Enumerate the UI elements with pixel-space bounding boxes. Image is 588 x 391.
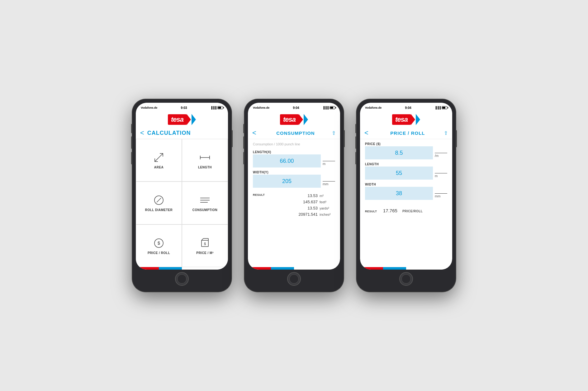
- app-header-3: tesa: [360, 111, 452, 127]
- calc-cell-price-roll[interactable]: $ PRICE / ROLL: [136, 224, 182, 267]
- roll-diameter-icon: [153, 194, 165, 206]
- result-line-0: 13.53 m²: [271, 193, 335, 198]
- carrier-3: Vodafone.de: [365, 106, 382, 109]
- price-label: PRICE ($): [365, 142, 447, 146]
- screen-content-2: < CONSUMPTION ⇧ Consumption / 1000 punch…: [248, 127, 340, 267]
- form-title-2: CONSUMPTION: [259, 130, 332, 136]
- pr-width-group: WIDTH 38 mm: [365, 183, 447, 200]
- phone-bottom-2: [248, 270, 340, 288]
- result-value-2: 13.53: [307, 206, 318, 210]
- back-button-1[interactable]: <: [140, 130, 144, 136]
- signal-icon-2: ▐▐▐: [323, 106, 329, 109]
- pr-length-group: LENGTH 55 m: [365, 163, 447, 180]
- back-button-2[interactable]: <: [252, 130, 256, 136]
- battery-3: ▐▐▐: [435, 106, 447, 109]
- pr-width-unit: mm: [435, 187, 447, 200]
- calc-cell-consumption[interactable]: CONSUMPTION: [182, 181, 228, 224]
- svg-line-12: [202, 238, 203, 240]
- length-x-unit: m: [323, 154, 335, 167]
- app-header-1: tesa: [136, 111, 228, 127]
- calc-cell-length[interactable]: LENGTH: [182, 139, 228, 181]
- roll-diameter-label: ROLL DIAMETER: [145, 208, 173, 212]
- consumption-icon: [199, 194, 211, 206]
- calc-nav: < CALCULATION: [136, 127, 228, 139]
- share-icon-2[interactable]: ⇧: [332, 130, 336, 136]
- length-x-group: LENGTH(X) 66.00 m: [253, 150, 335, 167]
- time-3: 9:04: [405, 106, 411, 110]
- area-label: AREA: [154, 166, 164, 169]
- result-label-3: RESULT: [365, 210, 378, 213]
- calc-title: CALCULATION: [147, 130, 191, 136]
- svg-line-5: [157, 198, 161, 202]
- form-content-2: Consumption / 1000 punch line LENGTH(X) …: [248, 139, 340, 267]
- phone-2: Vodafone.de 9:04 ▐▐▐ tesa: [244, 99, 344, 292]
- phone-bottom-1: [136, 270, 228, 288]
- pr-length-unit: m: [435, 167, 447, 180]
- home-button-3[interactable]: [399, 272, 413, 286]
- width-y-value[interactable]: 205: [253, 175, 321, 188]
- result-value-1: 145.637: [303, 200, 318, 204]
- form-content-3: PRICE ($) 8.5 /m LENGTH: [360, 139, 452, 267]
- result-value-3: 17.765: [383, 208, 397, 213]
- pr-length-row: 55 m: [365, 167, 447, 180]
- tesa-brand-2: tesa: [283, 115, 296, 123]
- form-nav-2: < CONSUMPTION ⇧: [248, 127, 340, 139]
- back-button-3[interactable]: <: [364, 130, 368, 136]
- share-icon-3[interactable]: ⇧: [444, 130, 448, 136]
- price-m2-icon: $: [199, 237, 211, 249]
- svg-text:$: $: [204, 242, 206, 246]
- battery-1: ▐▐▐: [211, 106, 223, 109]
- length-x-row: 66.00 m: [253, 154, 335, 167]
- calc-cell-roll-diameter[interactable]: ROLL DIAMETER: [136, 181, 182, 224]
- phones-container: Vodafone.de 9:03 ▐▐▐ tesa: [132, 99, 456, 292]
- consumption-label: CONSUMPTION: [192, 208, 218, 212]
- result-section-2: RESULT 13.53 m² 145.637 feet²: [253, 193, 335, 217]
- calc-menu-grid: AREA LENGTH: [136, 139, 228, 267]
- result-unit-0: m²: [320, 194, 335, 198]
- home-button-2[interactable]: [287, 272, 301, 286]
- result-line-3: 20971.541 inches²: [271, 212, 335, 217]
- calc-cell-price-m2[interactable]: $ PRICE / M²: [182, 224, 228, 267]
- pr-length-value[interactable]: 55: [365, 167, 433, 180]
- result-line-2: 13.53 yards²: [271, 206, 335, 210]
- phone-1: Vodafone.de 9:03 ▐▐▐ tesa: [132, 99, 232, 292]
- svg-text:$: $: [158, 241, 160, 246]
- result-value-0: 13.53: [307, 193, 318, 198]
- pr-width-value[interactable]: 38: [365, 187, 433, 200]
- pr-width-label: WIDTH: [365, 183, 447, 186]
- result-line-1: 145.637 feet²: [271, 200, 335, 204]
- result-section-3: RESULT 17.765 PRICE/ROLL: [365, 208, 447, 213]
- bottom-bar-3: [360, 267, 452, 270]
- form-nav-3: < PRICE / ROLL ⇧: [360, 127, 452, 139]
- result-unit-2: yards²: [320, 206, 335, 210]
- battery-2: ▐▐▐: [323, 106, 335, 109]
- status-bar-1: Vodafone.de 9:03 ▐▐▐: [136, 103, 228, 111]
- bottom-bar-2: [248, 267, 340, 270]
- tesa-brand-1: tesa: [171, 115, 183, 123]
- svg-line-0: [155, 153, 163, 162]
- home-button-1[interactable]: [175, 272, 189, 286]
- carrier-1: Vodafone.de: [141, 106, 157, 109]
- price-roll-icon: $: [153, 237, 165, 249]
- phone-3: Vodafone.de 9:04 ▐▐▐ tesa: [356, 99, 456, 292]
- signal-icon-3: ▐▐▐: [435, 106, 441, 109]
- form-subtitle-2: Consumption / 1000 punch line: [253, 142, 335, 146]
- width-y-label: WIDTH(Y): [253, 171, 335, 174]
- battery-icon-2: [330, 106, 335, 109]
- pr-length-label: LENGTH: [365, 163, 447, 166]
- price-value[interactable]: 8.5: [365, 146, 433, 159]
- status-bar-2: Vodafone.de 9:04 ▐▐▐: [248, 103, 340, 111]
- length-label: LENGTH: [198, 166, 212, 169]
- status-bar-3: Vodafone.de 9:04 ▐▐▐: [360, 103, 452, 111]
- length-x-label: LENGTH(X): [253, 150, 335, 154]
- length-x-value[interactable]: 66.00: [253, 154, 321, 167]
- tesa-logo-2: tesa: [280, 114, 308, 125]
- calc-cell-area[interactable]: AREA: [136, 139, 182, 181]
- result-label-2: RESULT: [253, 193, 266, 196]
- area-icon: [153, 151, 165, 164]
- price-m2-label: PRICE / M²: [196, 251, 214, 255]
- carrier-2: Vodafone.de: [253, 106, 269, 109]
- result-unit-1: feet²: [320, 200, 335, 204]
- tesa-logo-1: tesa: [168, 114, 196, 125]
- result-unit-3: inches²: [320, 213, 335, 216]
